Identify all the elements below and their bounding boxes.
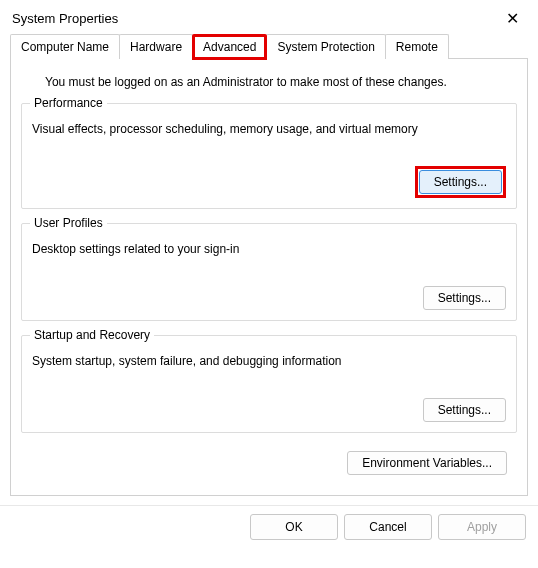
tab-computer-name[interactable]: Computer Name xyxy=(10,34,120,59)
user-profiles-legend: User Profiles xyxy=(30,216,107,230)
ok-button[interactable]: OK xyxy=(250,514,338,540)
user-profiles-desc: Desktop settings related to your sign-in xyxy=(32,242,506,256)
performance-group: Performance Visual effects, processor sc… xyxy=(21,103,517,209)
advanced-panel: You must be logged on as an Administrato… xyxy=(10,58,528,496)
tab-remote[interactable]: Remote xyxy=(385,34,449,59)
performance-settings-highlight: Settings... xyxy=(415,166,506,198)
startup-recovery-settings-button[interactable]: Settings... xyxy=(423,398,506,422)
performance-settings-button[interactable]: Settings... xyxy=(419,170,502,194)
tab-advanced[interactable]: Advanced xyxy=(192,34,267,60)
startup-recovery-desc: System startup, system failure, and debu… xyxy=(32,354,506,368)
window-title: System Properties xyxy=(12,11,118,26)
startup-recovery-legend: Startup and Recovery xyxy=(30,328,154,342)
cancel-button[interactable]: Cancel xyxy=(344,514,432,540)
environment-variables-button[interactable]: Environment Variables... xyxy=(347,451,507,475)
startup-recovery-group: Startup and Recovery System startup, sys… xyxy=(21,335,517,433)
tab-system-protection[interactable]: System Protection xyxy=(266,34,385,59)
tab-row: Computer Name Hardware Advanced System P… xyxy=(0,34,538,59)
user-profiles-settings-button[interactable]: Settings... xyxy=(423,286,506,310)
performance-legend: Performance xyxy=(30,96,107,110)
dialog-footer: OK Cancel Apply xyxy=(0,505,538,550)
close-icon[interactable]: ✕ xyxy=(498,4,526,32)
apply-button[interactable]: Apply xyxy=(438,514,526,540)
tab-hardware[interactable]: Hardware xyxy=(119,34,193,59)
user-profiles-group: User Profiles Desktop settings related t… xyxy=(21,223,517,321)
performance-desc: Visual effects, processor scheduling, me… xyxy=(32,122,506,136)
titlebar: System Properties ✕ xyxy=(0,0,538,34)
